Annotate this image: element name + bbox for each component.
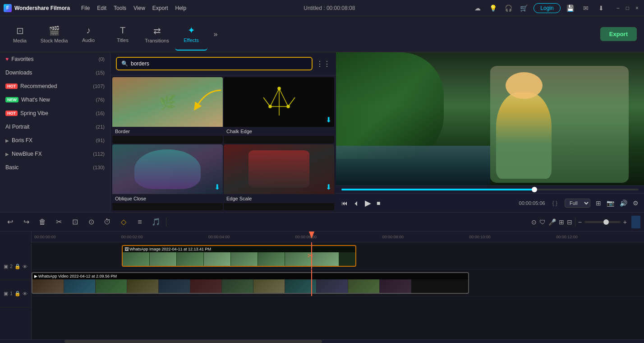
sidebar-item-recommended[interactable]: HOT Recommended (107) (0, 79, 110, 93)
search-box[interactable]: 🔍 (116, 57, 313, 70)
chalk-edge-download-icon[interactable]: ⬇ (326, 116, 331, 124)
tool-media[interactable]: ⊡ Media (4, 18, 36, 51)
sidebar-item-downloads[interactable]: Downloads (15) (0, 66, 110, 79)
tool-transitions[interactable]: ⇄ Transitions (141, 18, 173, 51)
menu-view[interactable]: View (133, 5, 145, 11)
sidebar-item-whats-new[interactable]: NEW What's New (76) (0, 93, 110, 107)
mail-icon[interactable]: ✉ (580, 3, 591, 14)
fullscreen-icon[interactable]: ⊞ (596, 199, 601, 207)
sidebar-item-basic[interactable]: Basic (130) (0, 161, 110, 174)
ruler-mark-5: 00:00:10:00 (468, 235, 555, 239)
crop-button[interactable]: ⊡ (69, 216, 81, 228)
effects-grid: 🌿 Border (110, 75, 336, 212)
cut-button[interactable]: ✂ (52, 216, 65, 228)
audio-button[interactable]: 🎵 (150, 216, 162, 228)
close-button[interactable]: × (634, 5, 640, 11)
export-button[interactable]: Export (600, 27, 637, 41)
sidebar-item-spring-vibe[interactable]: HOT Spring Vibe (16) (0, 107, 110, 120)
stock-icon: 🎬 (49, 25, 60, 36)
toolbar-more-button[interactable]: » (209, 30, 222, 38)
sidebar-item-ai-portrait[interactable]: AI Portrait (21) (0, 120, 110, 134)
keyframe-button[interactable]: ◇ (117, 216, 130, 228)
redo-button[interactable]: ↪ (20, 216, 32, 228)
app-name: Wondershare Filmora (14, 5, 70, 11)
sidebar-item-boris-fx[interactable]: ▶ Boris FX (91) (0, 134, 110, 147)
tool-effects-label: Effects (184, 37, 198, 43)
clip-video-track1[interactable]: ▶ WhatsApp Video 2022-04-12 at 2.09.56 P… (32, 272, 469, 294)
sidebar-item-favorites[interactable]: ♥ Favorites (0) (0, 52, 110, 66)
preview-controls: ⏮ ⏴ ▶ ■ 00:00:05:06 { } Full 50% 75% ⊞ 📷… (336, 193, 644, 212)
menu-tools[interactable]: Tools (114, 5, 126, 11)
oblique-close-download-icon[interactable]: ⬇ (214, 183, 220, 191)
grid-layout-icon[interactable]: ⋮⋮ (316, 60, 331, 68)
toolbar-divider (166, 218, 166, 227)
menu-edit[interactable]: Edit (97, 5, 106, 11)
mic-icon[interactable]: 🎤 (548, 218, 556, 226)
effect-border[interactable]: 🌿 Border (112, 77, 223, 144)
search-input[interactable] (131, 60, 307, 67)
track2-row: 🖼 WhatsApp Image 2022-04-11 at 12.13.41 … (32, 242, 644, 269)
titles-icon: T (120, 25, 125, 36)
edge-scale-download-icon[interactable]: ⬇ (326, 183, 331, 191)
svg-point-8 (287, 105, 290, 108)
tool-stock[interactable]: 🎬 Stock Media (38, 18, 70, 51)
zoom-minus-icon[interactable]: ⊙ (531, 218, 537, 226)
effect-chalk-edge[interactable]: ⬇ Chalk Edge (224, 77, 334, 144)
basic-label: Basic (5, 164, 18, 171)
horizontal-scrollbar[interactable] (0, 339, 644, 343)
menu-export[interactable]: Export (152, 5, 168, 11)
clip-image-track2[interactable]: 🖼 WhatsApp Image 2022-04-11 at 12.13.41 … (122, 245, 356, 267)
mask-button[interactable]: ⊙ (85, 216, 97, 228)
cart-icon[interactable]: 🛒 (518, 3, 529, 14)
zoom-out-icon[interactable]: − (578, 218, 582, 226)
scrollbar-thumb[interactable] (64, 340, 322, 343)
embed-icon[interactable]: ⊟ (567, 218, 572, 226)
zoom-slider[interactable] (584, 221, 621, 223)
maximize-button[interactable]: □ (624, 5, 631, 11)
bulb-icon[interactable]: 💡 (488, 3, 498, 14)
screenshot-icon[interactable]: 📷 (607, 199, 614, 207)
tool-audio-label: Audio (82, 37, 95, 43)
play-button[interactable]: ▶ (365, 198, 371, 208)
effect-edge-scale[interactable]: ⬇ Edge Scale (224, 144, 334, 211)
undo-button[interactable]: ↩ (4, 216, 16, 228)
effect-border-thumb: 🌿 (112, 77, 223, 127)
transitions-icon: ⇄ (153, 25, 161, 36)
newblue-fx-label: ▶ NewBlue FX (5, 151, 42, 157)
sidebar-item-newblue-fx[interactable]: ▶ NewBlue FX (112) (0, 147, 110, 161)
menu-bar: File Edit Tools View Export Help (81, 5, 186, 11)
settings-icon[interactable]: ⚙ (633, 199, 639, 207)
minimize-button[interactable]: − (615, 5, 621, 11)
cloud-icon[interactable]: ☁ (472, 3, 483, 14)
ruler-mark-0: 00:00:00:00 (33, 235, 120, 239)
step-back-button[interactable]: ⏴ (353, 199, 359, 207)
adjustment-button[interactable]: ≡ (133, 216, 146, 228)
heart-icon: ♥ (5, 56, 9, 62)
download-icon[interactable]: ⬇ (596, 3, 607, 14)
headset-icon[interactable]: 🎧 (503, 3, 514, 14)
hot-badge-spring: HOT (5, 111, 18, 116)
stop-button[interactable]: ■ (377, 199, 380, 207)
zoom-select[interactable]: Full 50% 75% (565, 199, 590, 208)
svg-line-0 (270, 88, 279, 107)
timer-button[interactable]: ⏱ (101, 216, 114, 228)
rewind-button[interactable]: ⏮ (341, 199, 348, 207)
tool-effects[interactable]: ✦ Effects (175, 18, 207, 51)
split-icon[interactable]: ⊞ (559, 218, 564, 226)
effect-oblique-close[interactable]: ⬇ Oblique Close (112, 144, 223, 211)
ruler-mark-2: 00:00:04:00 (207, 235, 294, 239)
chevron-right-icon: ▶ (5, 138, 9, 143)
menu-file[interactable]: File (81, 5, 90, 11)
delete-button[interactable]: 🗑 (36, 216, 49, 228)
login-button[interactable]: Login (534, 3, 560, 13)
tool-titles[interactable]: T Titles (106, 18, 139, 51)
menu-help[interactable]: Help (175, 5, 187, 11)
tracks-area: 00:00:00:00 00:00:02:00 00:00:04:00 00:0… (32, 232, 644, 339)
zoom-in-icon[interactable]: + (623, 218, 627, 226)
volume-icon[interactable]: 🔊 (620, 199, 627, 207)
shield-icon[interactable]: 🛡 (539, 218, 546, 226)
playback-slider[interactable] (341, 189, 639, 190)
playback-slider-row (336, 185, 644, 193)
save-icon[interactable]: 💾 (565, 3, 576, 14)
tool-audio[interactable]: ♪ Audio (72, 18, 105, 51)
